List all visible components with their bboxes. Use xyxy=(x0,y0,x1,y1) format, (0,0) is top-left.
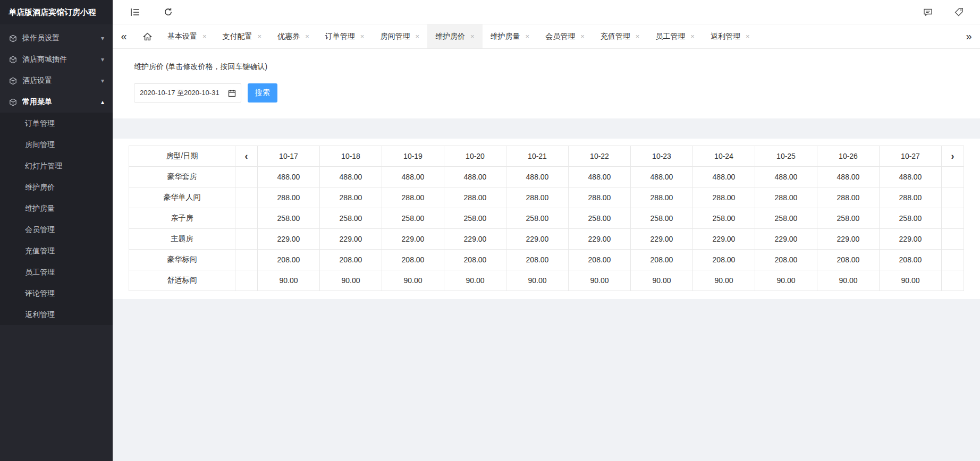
price-cell[interactable]: 90.00 xyxy=(444,270,506,291)
tab[interactable]: 充值管理× xyxy=(593,24,648,48)
tab-close-icon[interactable]: × xyxy=(360,33,365,40)
price-cell[interactable]: 288.00 xyxy=(693,187,755,208)
sidebar-group[interactable]: 酒店商城插件▾ xyxy=(0,49,113,70)
price-cell[interactable]: 229.00 xyxy=(258,229,320,250)
tab-close-icon[interactable]: × xyxy=(470,33,475,40)
price-cell[interactable]: 288.00 xyxy=(320,187,382,208)
sidebar-group[interactable]: 操作员设置▾ xyxy=(0,28,113,49)
price-cell[interactable]: 288.00 xyxy=(382,187,444,208)
search-button[interactable]: 搜索 xyxy=(248,83,277,103)
price-cell[interactable]: 288.00 xyxy=(569,187,631,208)
sidebar-item[interactable]: 维护房价 xyxy=(0,176,113,198)
sidebar-group[interactable]: 常用菜单▴ xyxy=(0,91,113,113)
scroll-tabs-right-icon[interactable]: » xyxy=(958,24,980,48)
price-cell[interactable]: 90.00 xyxy=(382,270,444,291)
price-cell[interactable]: 229.00 xyxy=(755,229,817,250)
tag-icon[interactable] xyxy=(952,6,965,19)
price-cell[interactable]: 488.00 xyxy=(320,167,382,187)
price-cell[interactable]: 258.00 xyxy=(382,208,444,229)
tab-close-icon[interactable]: × xyxy=(636,33,640,40)
price-cell[interactable]: 229.00 xyxy=(506,229,569,250)
price-cell[interactable]: 258.00 xyxy=(258,208,320,229)
price-cell[interactable]: 90.00 xyxy=(631,270,693,291)
tab[interactable]: 优惠券× xyxy=(269,24,317,48)
scroll-tabs-left-icon[interactable]: « xyxy=(113,24,135,48)
price-cell[interactable]: 90.00 xyxy=(569,270,631,291)
sidebar-item[interactable]: 充值管理 xyxy=(0,240,113,261)
price-cell[interactable]: 258.00 xyxy=(631,208,693,229)
price-cell[interactable]: 288.00 xyxy=(817,187,880,208)
price-cell[interactable]: 488.00 xyxy=(506,167,569,187)
price-cell[interactable]: 488.00 xyxy=(755,167,817,187)
price-cell[interactable]: 208.00 xyxy=(817,250,880,270)
home-tab[interactable] xyxy=(135,24,159,48)
tab-close-icon[interactable]: × xyxy=(580,33,585,40)
tab[interactable]: 基本设置× xyxy=(159,24,215,48)
tab[interactable]: 房间管理× xyxy=(372,24,427,48)
sidebar-item[interactable]: 维护房量 xyxy=(0,198,113,219)
price-cell[interactable]: 229.00 xyxy=(444,229,506,250)
price-cell[interactable]: 288.00 xyxy=(631,187,693,208)
price-cell[interactable]: 208.00 xyxy=(506,250,569,270)
sidebar-item[interactable]: 幻灯片管理 xyxy=(0,155,113,176)
price-cell[interactable]: 208.00 xyxy=(755,250,817,270)
price-cell[interactable]: 258.00 xyxy=(693,208,755,229)
price-cell[interactable]: 229.00 xyxy=(382,229,444,250)
price-cell[interactable]: 288.00 xyxy=(880,187,942,208)
tab-close-icon[interactable]: × xyxy=(690,33,695,40)
price-cell[interactable]: 488.00 xyxy=(880,167,942,187)
price-cell[interactable]: 208.00 xyxy=(444,250,506,270)
menu-fold-icon[interactable] xyxy=(129,6,141,19)
prev-dates-icon[interactable]: ‹ xyxy=(235,146,258,167)
tab-active[interactable]: 维护房价× xyxy=(427,24,483,48)
price-cell[interactable]: 288.00 xyxy=(755,187,817,208)
tab-close-icon[interactable]: × xyxy=(202,33,207,40)
price-cell[interactable]: 488.00 xyxy=(631,167,693,187)
price-cell[interactable]: 90.00 xyxy=(506,270,569,291)
price-cell[interactable]: 208.00 xyxy=(258,250,320,270)
sidebar-item[interactable]: 返利管理 xyxy=(0,304,113,325)
tab-close-icon[interactable]: × xyxy=(415,33,419,40)
sidebar-group[interactable]: 酒店设置▾ xyxy=(0,70,113,91)
price-cell[interactable]: 258.00 xyxy=(880,208,942,229)
price-cell[interactable]: 208.00 xyxy=(320,250,382,270)
price-cell[interactable]: 488.00 xyxy=(693,167,755,187)
price-cell[interactable]: 229.00 xyxy=(880,229,942,250)
sidebar-item[interactable]: 订单管理 xyxy=(0,113,113,134)
price-cell[interactable]: 208.00 xyxy=(569,250,631,270)
price-cell[interactable]: 90.00 xyxy=(880,270,942,291)
sidebar-item[interactable]: 员工管理 xyxy=(0,261,113,283)
price-cell[interactable]: 229.00 xyxy=(320,229,382,250)
price-cell[interactable]: 208.00 xyxy=(693,250,755,270)
price-cell[interactable]: 208.00 xyxy=(631,250,693,270)
tab-close-icon[interactable]: × xyxy=(305,33,309,40)
price-cell[interactable]: 488.00 xyxy=(382,167,444,187)
sidebar-item[interactable]: 评论管理 xyxy=(0,283,113,304)
tab[interactable]: 维护房量× xyxy=(483,24,538,48)
refresh-icon[interactable] xyxy=(162,6,174,19)
tab[interactable]: 支付配置× xyxy=(215,24,270,48)
tab[interactable]: 员工管理× xyxy=(647,24,703,48)
tab-close-icon[interactable]: × xyxy=(526,33,530,40)
tab-close-icon[interactable]: × xyxy=(746,33,750,40)
price-cell[interactable]: 229.00 xyxy=(693,229,755,250)
price-cell[interactable]: 90.00 xyxy=(817,270,880,291)
sidebar-item[interactable]: 会员管理 xyxy=(0,219,113,240)
tab[interactable]: 返利管理× xyxy=(703,24,758,48)
price-cell[interactable]: 90.00 xyxy=(755,270,817,291)
price-cell[interactable]: 258.00 xyxy=(506,208,569,229)
price-cell[interactable]: 288.00 xyxy=(444,187,506,208)
sidebar-item[interactable]: 房间管理 xyxy=(0,134,113,155)
price-cell[interactable]: 208.00 xyxy=(880,250,942,270)
price-cell[interactable]: 90.00 xyxy=(258,270,320,291)
price-cell[interactable]: 258.00 xyxy=(755,208,817,229)
price-cell[interactable]: 90.00 xyxy=(320,270,382,291)
price-cell[interactable]: 229.00 xyxy=(631,229,693,250)
tab-close-icon[interactable]: × xyxy=(258,33,262,40)
price-cell[interactable]: 288.00 xyxy=(258,187,320,208)
price-cell[interactable]: 258.00 xyxy=(817,208,880,229)
price-cell[interactable]: 488.00 xyxy=(444,167,506,187)
tab[interactable]: 订单管理× xyxy=(317,24,373,48)
price-cell[interactable]: 229.00 xyxy=(817,229,880,250)
price-cell[interactable]: 288.00 xyxy=(506,187,569,208)
